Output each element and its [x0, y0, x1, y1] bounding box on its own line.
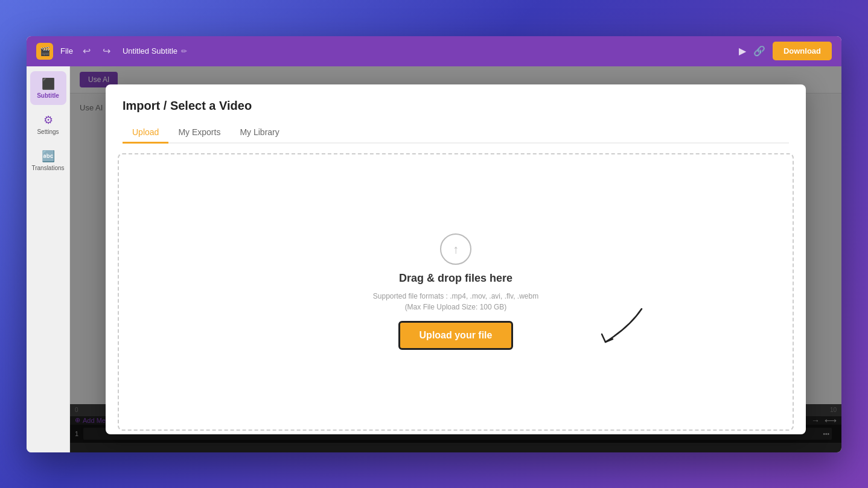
title-bar: 🎬 File ↩ ↪ Untitled Subtitle ✏ ▶ 🔗 Downl…	[27, 36, 841, 66]
sidebar-item-translations[interactable]: 🔤 Translations	[30, 144, 66, 177]
app-body: ⬛ Subtitle ⚙ Settings 🔤 Translations Use…	[27, 66, 841, 452]
app-window: 🎬 File ↩ ↪ Untitled Subtitle ✏ ▶ 🔗 Downl…	[27, 36, 841, 452]
upload-area: ↑ Drag & drop files here Supported file …	[118, 153, 794, 431]
tab-my-library[interactable]: My Library	[230, 122, 289, 144]
modal-title: Import / Select a Video	[123, 99, 789, 113]
upload-arrow-icon: ↑	[453, 242, 459, 256]
tab-my-exports[interactable]: My Exports	[168, 122, 230, 144]
app-logo: 🎬	[36, 43, 53, 60]
subtitle-label: Subtitle	[37, 92, 59, 99]
sidebar: ⬛ Subtitle ⚙ Settings 🔤 Translations	[27, 66, 70, 452]
preview-button[interactable]: ▶	[739, 45, 746, 57]
annotation-arrow-svg	[575, 303, 648, 351]
title-edit-icon[interactable]: ✏	[181, 47, 187, 55]
sidebar-item-settings[interactable]: ⚙ Settings	[30, 107, 66, 141]
sidebar-item-subtitle[interactable]: ⬛ Subtitle	[30, 71, 66, 105]
share-button[interactable]: 🔗	[753, 45, 765, 57]
translations-label: Translations	[31, 165, 64, 171]
title-bar-right: ▶ 🔗 Download	[739, 42, 832, 60]
redo-button[interactable]: ↪	[100, 43, 113, 59]
translations-icon: 🔤	[42, 150, 55, 163]
supported-formats: Supported file formats : .mp4, .mov, .av…	[373, 292, 538, 300]
modal-header: Import / Select a Video Upload My Export…	[106, 84, 806, 144]
document-title: Untitled Subtitle ✏	[123, 46, 187, 55]
download-button[interactable]: Download	[773, 42, 832, 60]
modal-body: ↑ Drag & drop files here Supported file …	[106, 144, 806, 434]
max-file-size: (Max File Upload Size: 100 GB)	[405, 303, 507, 311]
import-modal: Import / Select a Video Upload My Export…	[106, 84, 806, 434]
drag-drop-text: Drag & drop files here	[399, 272, 512, 285]
main-content: Use AI Use AI 0 5 10 ⊕ Add Media	[70, 66, 841, 452]
tab-upload[interactable]: Upload	[123, 122, 168, 144]
undo-button[interactable]: ↩	[80, 43, 93, 59]
modal-backdrop: Import / Select a Video Upload My Export…	[70, 66, 841, 452]
modal-tabs: Upload My Exports My Library	[123, 122, 789, 144]
settings-icon: ⚙	[43, 113, 53, 127]
settings-label: Settings	[37, 128, 59, 135]
upload-file-button[interactable]: Upload your file	[398, 321, 514, 350]
arrow-annotation	[575, 303, 648, 351]
file-menu[interactable]: File	[60, 46, 73, 55]
subtitle-icon: ⬛	[42, 77, 55, 90]
upload-icon-circle: ↑	[440, 233, 471, 265]
